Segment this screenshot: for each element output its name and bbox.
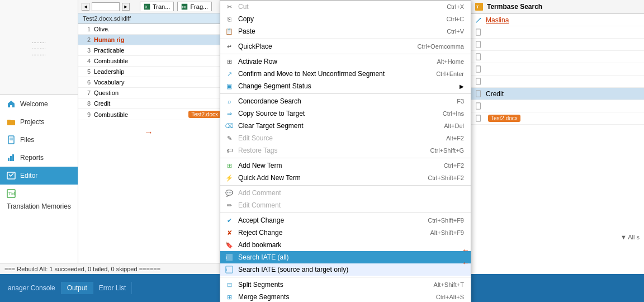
sidebar-item-projects[interactable]: Projects — [0, 113, 78, 131]
menu-item-addcomment[interactable]: 💬 Add Comment — [220, 187, 471, 199]
files-icon — [7, 135, 16, 144]
menu-item-activaterow[interactable]: ⊞ Activate Row Alt+Home — [220, 55, 471, 68]
termbase-row — [470, 100, 644, 112]
table-row[interactable]: 7 Question — [78, 88, 223, 98]
menu-item-concordance[interactable]: ⌕ Concordance Search F3 — [220, 95, 471, 107]
tran-tab[interactable]: X Tran... — [140, 2, 174, 11]
menu-label-editsource: Edit Source — [238, 134, 435, 142]
sidebar-item-editor[interactable]: Editor — [0, 167, 78, 185]
menu-label-addcomment: Add Comment — [238, 189, 464, 197]
quickplace-icon: ↵ — [225, 42, 234, 51]
excel-icon: X — [144, 3, 150, 10]
termbase-row: Maslina — [470, 14, 644, 26]
menu-item-quickaddterm[interactable]: ⚡ Quick Add New Term Ctrl+Shift+F2 — [220, 172, 471, 184]
menu-item-iate-all[interactable]: i Search IATE (all) — [220, 251, 471, 263]
termbase-row — [470, 39, 644, 51]
svg-text:TM: TM — [8, 191, 15, 196]
table-row[interactable]: 6 Vocabulary — [78, 77, 223, 88]
bookmark-icon: 🔖 — [225, 240, 234, 249]
tran-tab-label: Tran... — [153, 3, 170, 10]
menu-label-addterm: Add New Term — [238, 162, 433, 169]
tab-manager-label: anager Console — [8, 284, 55, 292]
menu-item-cut[interactable]: ✂ Cut Ctrl+X — [220, 1, 471, 13]
table-row[interactable]: 1 Olive. — [78, 24, 223, 35]
svg-rect-5 — [8, 158, 10, 161]
menu-label-quickaddterm: Quick Add New Term — [238, 174, 416, 182]
menu-label-rejectchange: Reject Change — [238, 229, 419, 237]
sidebar-item-files[interactable]: Files — [0, 131, 78, 149]
arrow-iate-all: ← — [462, 246, 470, 254]
table-row[interactable]: 8 Credit — [78, 98, 223, 109]
table-row[interactable]: 9 Combustible Test2.docx — [78, 109, 223, 120]
copy-icon: ⎘ — [225, 15, 234, 23]
sidebar-item-tm[interactable]: TM Translation Memories — [0, 185, 78, 215]
menu-separator — [220, 39, 471, 39]
activate-icon: ⊞ — [225, 57, 234, 66]
menu-separator-4 — [220, 158, 471, 158]
menu-item-addterm[interactable]: ⊞ Add New Term Ctrl+F2 — [220, 159, 471, 172]
menu-item-copysource[interactable]: ⇒ Copy Source to Target Ctrl+Ins — [220, 107, 471, 120]
folder-icon — [7, 117, 16, 126]
frag-icon: FR — [181, 3, 188, 10]
table-row[interactable]: 3 Practicable — [78, 45, 223, 56]
svg-text:i: i — [226, 268, 228, 272]
table-row[interactable]: 2 Human rig — [78, 35, 223, 45]
frag-tab-label: Frag... — [190, 3, 208, 10]
reports-icon — [7, 153, 16, 162]
menu-separator-6 — [220, 213, 471, 213]
menu-item-cleartarget[interactable]: ⌫ Clear Target Segment Alt+Del — [220, 120, 471, 132]
menu-label-cleartarget: Clear Target Segment — [238, 122, 433, 130]
table-row[interactable]: 4 Combustible — [78, 56, 223, 67]
sidebar-item-reports[interactable]: Reports — [0, 149, 78, 167]
menu-item-iate-source[interactable]: i Search IATE (source and target only) — [220, 263, 471, 276]
doc-icon — [475, 29, 482, 36]
menu-label-addbookmark: Add bookmark — [238, 241, 464, 249]
sidebar-item-welcome[interactable]: Welcome — [0, 95, 78, 113]
table-row[interactable]: 5 Leadership — [78, 67, 223, 77]
menu-label-iate-source: Search IATE (source and target only) — [238, 266, 464, 273]
svg-rect-19 — [476, 53, 481, 59]
menu-label-acceptchange: Accept Change — [238, 216, 416, 224]
menu-label-mergesegments: Merge Segments — [238, 293, 425, 301]
menu-item-rejectchange[interactable]: ✘ Reject Change Alt+Shift+F9 — [220, 226, 471, 239]
svg-rect-7 — [12, 154, 14, 161]
sidebar-top: ........................... — [0, 0, 78, 95]
menu-item-restoretags[interactable]: 🏷 Restore Tags Ctrl+Shift+G — [220, 144, 471, 157]
menu-label-copy: Copy — [238, 15, 435, 23]
termbase-row — [470, 76, 644, 88]
termbase-panel: T Termbase Search Maslina Credit Test2.d… — [470, 0, 644, 274]
menu-item-confirm[interactable]: ↗ Confirm and Move to Next Unconfirmed S… — [220, 68, 471, 80]
termbase-row — [470, 51, 644, 63]
menu-item-quickplace[interactable]: ↵ QuickPlace Ctrl+Oemcomma — [220, 40, 471, 53]
menu-item-addbookmark[interactable]: 🔖 Add bookmark — [220, 239, 471, 251]
menu-item-editcomment[interactable]: ✏ Edit Comment — [220, 199, 471, 211]
arrow-indicator-2: → — [144, 128, 153, 138]
menu-item-copy[interactable]: ⎘ Copy Ctrl+C — [220, 13, 471, 25]
svg-rect-23 — [476, 102, 481, 108]
chevron-right-icon: ▶ — [460, 83, 464, 89]
menu-item-editsource[interactable]: ✎ Edit Source Alt+F2 — [220, 132, 471, 144]
menu-label-copysource: Copy Source to Target — [238, 110, 432, 117]
sidebar-item-tm-label: Translation Memories — [7, 202, 71, 210]
tab-error-list[interactable]: Error List — [93, 282, 132, 294]
menu-item-splitsegments[interactable]: ⊟ Split Segments Alt+Shift+T — [220, 279, 471, 291]
menu-label-editcomment: Edit Comment — [238, 201, 464, 209]
menu-item-acceptchange[interactable]: ✔ Accept Change Ctrl+Shift+F9 — [220, 214, 471, 226]
svg-rect-24 — [476, 115, 481, 121]
filename-label: Test2.docx.sdlxliff — [83, 15, 131, 22]
menu-item-paste[interactable]: 📋 Paste Ctrl+V — [220, 25, 471, 37]
tab-output[interactable]: Output — [61, 282, 93, 294]
nav-fwd[interactable]: ► — [122, 3, 130, 11]
tab-manager-console[interactable]: anager Console — [2, 282, 61, 294]
termbase-row — [470, 26, 644, 39]
frag-tab[interactable]: FR Frag... — [177, 2, 212, 11]
termbase-credit-term: Credit — [486, 90, 504, 98]
segment-badge: Test2.docx — [188, 111, 221, 118]
sidebar-item-reports-label: Reports — [20, 154, 44, 162]
menu-item-changestatus[interactable]: ▣ Change Segment Status ▶ — [220, 80, 471, 92]
segment-search-input[interactable] — [92, 2, 120, 11]
svg-text:X: X — [145, 5, 148, 9]
menu-item-mergesegments[interactable]: ⊞ Merge Segments Ctrl+Alt+S — [220, 291, 471, 302]
svg-rect-1 — [7, 120, 11, 121]
nav-back[interactable]: ◄ — [82, 3, 89, 11]
